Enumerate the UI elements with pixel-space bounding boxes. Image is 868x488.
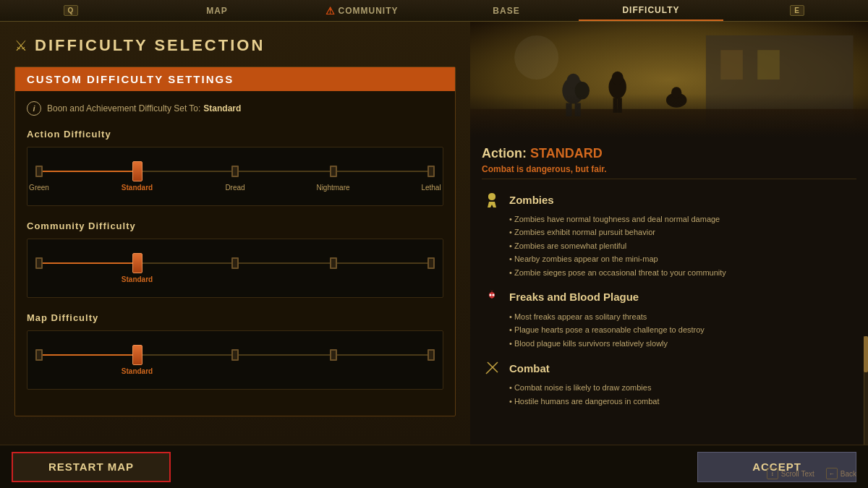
svg-point-8 bbox=[612, 72, 624, 85]
map-tick-4 bbox=[427, 349, 435, 361]
back-hint-label: Back bbox=[841, 470, 856, 478]
nav-difficulty[interactable]: Difficulty bbox=[579, 0, 723, 21]
map-tick-2 bbox=[231, 349, 239, 361]
map-slider-line-active bbox=[39, 354, 137, 356]
freaks-bullet-3: • Blood plague kills survivors relativel… bbox=[482, 338, 856, 349]
alert-icon: ⚠ bbox=[326, 5, 336, 17]
scrollbar-thumb bbox=[864, 336, 868, 372]
nav-key-q[interactable]: Q bbox=[0, 0, 145, 21]
scroll-hint-icon: ↕ bbox=[767, 468, 778, 479]
main-layout: ⚔ DIFFICULTY SELECTION CUSTOM DIFFICULTY… bbox=[0, 22, 868, 445]
top-nav: Q Map ⚠ Community Base Difficulty E bbox=[0, 0, 868, 22]
panel-subtitle: Combat is dangerous, but fair. bbox=[482, 164, 856, 179]
community-slider-container: Standard bbox=[27, 239, 443, 298]
zombie-bullet-1: • Zombies have normal toughness and deal… bbox=[482, 214, 856, 225]
title-icon: ⚔ bbox=[14, 37, 27, 54]
info-label: Boon and Achievement Difficulty Set To: bbox=[47, 103, 200, 114]
action-slider-track[interactable]: Green Standard Dread Nightmare Lethal bbox=[39, 169, 431, 174]
panel-title-val: STANDARD bbox=[530, 146, 603, 160]
tick-3 bbox=[330, 166, 337, 177]
page-title: DIFFICULTY SELECTION bbox=[35, 36, 265, 55]
nav-map-label: Map bbox=[206, 6, 228, 16]
nav-key-e[interactable]: E bbox=[723, 0, 868, 21]
combat-icon bbox=[482, 358, 502, 378]
combat-bullet-2: • Hostile humans are dangerous in combat bbox=[482, 396, 856, 407]
zombie-bullet-5: • Zombie sieges pose an occasional threa… bbox=[482, 267, 856, 278]
q-key: Q bbox=[64, 5, 79, 16]
tick-label-2: Dread bbox=[225, 184, 244, 192]
panel-title-prefix: Action: bbox=[482, 146, 530, 160]
scroll-hint: ↕ Scroll Text bbox=[767, 468, 814, 479]
slider-line-active bbox=[39, 171, 137, 172]
map-tick-0 bbox=[35, 349, 43, 361]
map-slider-track[interactable]: Standard bbox=[39, 353, 431, 357]
map-slider-container: Standard bbox=[27, 330, 443, 390]
action-slider-thumb[interactable] bbox=[132, 161, 142, 181]
svg-line-21 bbox=[486, 362, 498, 374]
community-slider-track[interactable]: Standard bbox=[39, 261, 431, 265]
nav-base[interactable]: Base bbox=[434, 0, 579, 21]
bottom-hints: ↕ Scroll Text ← Back bbox=[767, 468, 856, 479]
page-title-row: ⚔ DIFFICULTY SELECTION bbox=[14, 36, 456, 55]
svg-point-16 bbox=[514, 35, 558, 80]
map-slider-thumb[interactable] bbox=[132, 345, 142, 365]
nav-base-label: Base bbox=[493, 6, 519, 16]
tick-0 bbox=[35, 166, 43, 177]
tick-label-1: Standard bbox=[122, 184, 153, 192]
nav-difficulty-label: Difficulty bbox=[622, 5, 679, 15]
comm-tick-2 bbox=[231, 257, 239, 269]
bottom-bar: Restart Map Accept ↕ Scroll Text ← Back bbox=[0, 445, 868, 488]
zombie-bullet-4: • Nearby zombies appear on the mini-map bbox=[482, 254, 856, 265]
action-difficulty-section: Action Difficulty Green bbox=[27, 129, 443, 206]
svg-point-20 bbox=[493, 294, 495, 296]
freaks-bullet-1: • Most freaks appear as solitary threats bbox=[482, 312, 856, 322]
panel-title: Action: STANDARD bbox=[482, 146, 856, 161]
settings-header: CUSTOM DIFFICULTY SETTINGS bbox=[15, 67, 455, 91]
comm-tick-4 bbox=[427, 257, 435, 269]
nav-map[interactable]: Map bbox=[145, 0, 289, 21]
tick-label-3: Nightmare bbox=[316, 184, 349, 192]
comm-tick-label-1: Standard bbox=[122, 275, 153, 283]
comm-slider-line-active bbox=[39, 262, 137, 264]
combat-header: Combat bbox=[482, 358, 856, 378]
e-key: E bbox=[790, 5, 804, 16]
combat-bullet-1: • Combat noise is likely to draw zombies bbox=[482, 382, 856, 393]
scrollbar[interactable] bbox=[864, 336, 868, 445]
map-difficulty-label: Map Difficulty bbox=[27, 312, 443, 323]
zombie-bullet-3: • Zombies are somewhat plentiful bbox=[482, 241, 856, 252]
info-row: i Boon and Achievement Difficulty Set To… bbox=[27, 101, 443, 116]
svg-rect-2 bbox=[720, 50, 743, 80]
community-difficulty-label: Community Difficulty bbox=[27, 221, 443, 231]
tick-2 bbox=[231, 166, 239, 177]
panel-image bbox=[470, 22, 868, 137]
nav-community[interactable]: ⚠ Community bbox=[289, 0, 434, 21]
zombie-icon bbox=[482, 189, 502, 210]
zombie-bullet-2: • Zombies exhibit normal pursuit behavio… bbox=[482, 227, 856, 238]
freaks-header: Freaks and Blood Plague bbox=[482, 287, 856, 307]
action-slider-container: Green Standard Dread Nightmare Lethal bbox=[27, 147, 443, 206]
panel-content: Action: STANDARD Combat is dangerous, bu… bbox=[470, 137, 868, 445]
back-hint: ← Back bbox=[826, 468, 856, 479]
map-tick-3 bbox=[330, 349, 337, 361]
community-difficulty-section: Community Difficulty Standard bbox=[27, 221, 443, 298]
freaks-title: Freaks and Blood Plague bbox=[509, 291, 639, 303]
settings-box: CUSTOM DIFFICULTY SETTINGS i Boon and Ac… bbox=[14, 67, 456, 416]
combat-section: Combat • Combat noise is likely to draw … bbox=[482, 358, 856, 407]
scroll-hint-label: Scroll Text bbox=[781, 470, 814, 478]
svg-point-19 bbox=[490, 294, 492, 296]
tick-label-0: Green bbox=[29, 184, 49, 192]
restart-map-button[interactable]: Restart Map bbox=[12, 452, 171, 482]
panel-image-overlay bbox=[470, 94, 868, 137]
freaks-bullet-2: • Plague hearts pose a reasonable challe… bbox=[482, 325, 856, 335]
zombies-title: Zombies bbox=[509, 194, 554, 206]
comm-tick-3 bbox=[330, 257, 337, 269]
zombies-section: Zombies • Zombies have normal toughness … bbox=[482, 189, 856, 278]
right-panel: Action: STANDARD Combat is dangerous, bu… bbox=[470, 22, 868, 445]
tick-4 bbox=[427, 166, 435, 177]
svg-rect-3 bbox=[757, 50, 780, 80]
freaks-section: Freaks and Blood Plague • Most freaks ap… bbox=[482, 287, 856, 349]
info-icon: i bbox=[27, 101, 41, 116]
back-hint-icon: ← bbox=[826, 468, 838, 479]
community-slider-thumb[interactable] bbox=[132, 253, 142, 273]
comm-tick-0 bbox=[35, 257, 43, 269]
